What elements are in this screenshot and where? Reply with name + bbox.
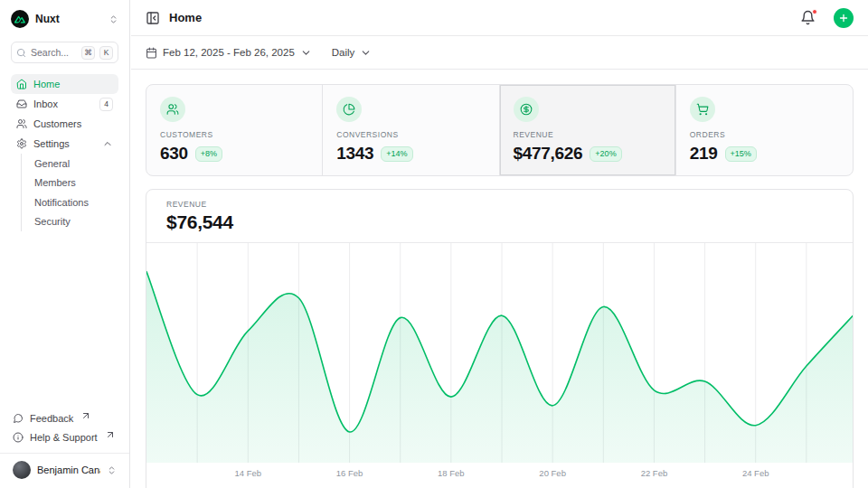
x-axis-label: 20 Feb <box>539 468 566 478</box>
nuxt-logo-icon <box>11 10 29 28</box>
x-axis-label: 22 Feb <box>641 468 668 478</box>
chart-area-fill <box>146 272 854 463</box>
settings-sub-list: General Members Notifications Security <box>21 154 118 231</box>
topbar: Home <box>131 0 868 36</box>
dollar-circle-icon <box>520 103 533 116</box>
chat-bubble-icon <box>13 413 24 424</box>
add-button[interactable] <box>834 8 854 28</box>
cart-icon <box>696 103 709 116</box>
x-axis-label: 14 Feb <box>234 468 261 478</box>
nav-label: Inbox <box>33 99 93 109</box>
search-placeholder: Search... <box>31 47 77 58</box>
chart-current-value: $76,544 <box>166 211 833 233</box>
help-support-link[interactable]: Help & Support <box>11 427 118 446</box>
delta-badge: +8% <box>195 146 222 162</box>
stat-card-customers[interactable]: CUSTOMERS 630 +8% <box>146 85 323 175</box>
feedback-link[interactable]: Feedback <box>11 408 118 427</box>
sidebar-nav: Home Inbox 4 Customers Settings Genera <box>11 74 118 231</box>
date-range-picker[interactable]: Feb 12, 2025 - Feb 26, 2025 <box>146 47 312 59</box>
page-content: CUSTOMERS 630 +8% CONVERSIONS 1343 +14% <box>131 70 868 488</box>
kbd-meta: ⌘ <box>81 46 95 60</box>
sidebar-spacer <box>11 231 118 408</box>
users-icon <box>16 118 27 129</box>
avatar <box>13 461 31 479</box>
nav-label: Customers <box>33 118 113 129</box>
chart-svg <box>146 243 854 463</box>
notification-dot <box>812 9 817 14</box>
main-area: Home Feb 12, 2025 - Feb 26, 2025 Daily <box>131 0 868 488</box>
stat-label: REVENUE <box>514 130 662 139</box>
workspace-name: Nuxt <box>35 13 102 25</box>
chevrons-up-down-icon <box>108 14 118 24</box>
user-name: Benjamin Canac <box>37 465 100 475</box>
workspace-selector[interactable]: Nuxt <box>11 9 118 29</box>
sidebar: Nuxt Search... ⌘ K Home Inbox 4 <box>0 0 130 488</box>
x-axis-label: 16 Feb <box>336 468 363 478</box>
period-select[interactable]: Daily <box>332 47 373 59</box>
help-support-label: Help & Support <box>30 432 98 443</box>
inbox-icon <box>16 99 27 109</box>
stat-card-orders[interactable]: ORDERS 219 +15% <box>676 85 853 175</box>
info-icon <box>13 432 24 443</box>
period-value: Daily <box>332 47 355 58</box>
home-icon <box>16 79 27 89</box>
stat-card-revenue[interactable]: REVENUE $477,626 +20% <box>500 85 676 175</box>
stat-card-conversions[interactable]: CONVERSIONS 1343 +14% <box>323 85 499 175</box>
external-link-icon <box>105 429 116 440</box>
kbd-k: K <box>99 46 113 60</box>
x-axis-label: 24 Feb <box>742 468 769 478</box>
users-icon <box>166 103 179 116</box>
stats-row: CUSTOMERS 630 +8% CONVERSIONS 1343 +14% <box>146 84 854 176</box>
calendar-icon <box>146 47 157 59</box>
date-range-value: Feb 12, 2025 - Feb 26, 2025 <box>163 47 295 58</box>
notifications-button[interactable] <box>800 10 816 25</box>
sidebar-item-security[interactable]: Security <box>34 212 118 232</box>
revenue-chart-card: REVENUE $76,544 14 Feb16 Feb18 Feb20 <box>146 189 854 488</box>
chevron-down-icon <box>360 47 372 59</box>
stat-value: 630 <box>160 144 188 164</box>
stat-value: $477,626 <box>514 144 583 164</box>
inbox-count-badge: 4 <box>99 98 113 111</box>
delta-badge: +14% <box>381 146 412 162</box>
filters-toolbar: Feb 12, 2025 - Feb 26, 2025 Daily <box>131 36 868 70</box>
sidebar-item-members[interactable]: Members <box>34 174 118 193</box>
collapse-sidebar-icon[interactable] <box>146 11 160 25</box>
nav-label: Settings <box>33 138 96 149</box>
feedback-label: Feedback <box>30 413 73 424</box>
delta-badge: +15% <box>725 146 757 162</box>
sidebar-item-settings[interactable]: Settings <box>11 134 118 154</box>
external-link-icon <box>80 410 91 421</box>
stat-label: ORDERS <box>690 130 839 139</box>
page-title: Home <box>169 11 791 24</box>
revenue-area-chart[interactable] <box>146 243 853 463</box>
gear-icon <box>16 138 27 149</box>
x-axis-label: 18 Feb <box>438 468 465 478</box>
sidebar-item-inbox[interactable]: Inbox 4 <box>11 94 118 114</box>
chart-header: REVENUE $76,544 <box>146 190 853 243</box>
stat-label: CONVERSIONS <box>336 130 485 139</box>
sidebar-item-home[interactable]: Home <box>11 74 118 94</box>
delta-badge: +20% <box>590 146 621 162</box>
chart-pie-icon <box>343 103 355 116</box>
chevrons-up-down-icon <box>107 465 117 475</box>
search-icon <box>16 48 26 58</box>
sidebar-item-notifications[interactable]: Notifications <box>34 192 118 212</box>
stat-value: 219 <box>690 144 718 164</box>
user-menu[interactable]: Benjamin Canac <box>11 454 118 481</box>
sidebar-item-general[interactable]: General <box>34 154 118 174</box>
stat-label: CUSTOMERS <box>160 130 308 139</box>
nav-label: Home <box>33 79 113 89</box>
sidebar-item-customers[interactable]: Customers <box>11 114 118 134</box>
plus-icon <box>838 13 849 23</box>
chart-title: REVENUE <box>166 200 833 209</box>
search-input[interactable]: Search... ⌘ K <box>11 42 118 63</box>
chevron-up-icon <box>102 138 113 149</box>
stat-value: 1343 <box>336 144 373 164</box>
chart-x-axis: 14 Feb16 Feb18 Feb20 Feb22 Feb24 Feb <box>146 463 853 486</box>
chevron-down-icon <box>300 47 312 59</box>
